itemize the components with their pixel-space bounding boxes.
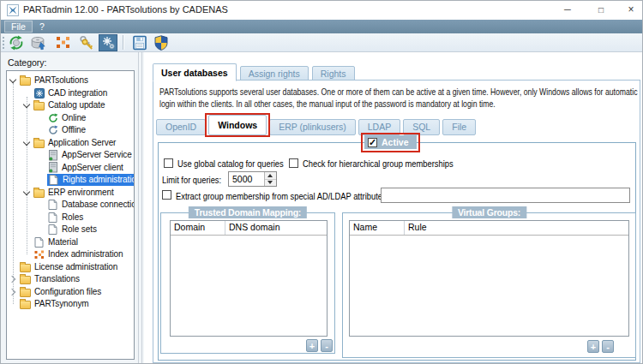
trusted-domain-mapping-title: Trusted Domain Mapping: <box>189 206 307 218</box>
collapse-icon[interactable] <box>9 77 16 84</box>
toolbar-grip[interactable] <box>3 37 7 49</box>
limit-for-queries-spinner[interactable]: 5000 <box>228 171 277 187</box>
description-text: PARTsolutions supports several user data… <box>159 86 638 110</box>
subtab-file[interactable]: File <box>442 119 476 135</box>
use-global-catalog-label: Use global catalog for queries <box>177 158 284 169</box>
column-name[interactable]: Name <box>350 221 405 235</box>
window-title: PARTadmin 12.00 - PARTsolutions by CADEN… <box>23 4 228 15</box>
folder-icon <box>20 276 31 284</box>
tree-item-erp-environment[interactable]: ERP environment <box>7 187 134 200</box>
tree-item-partsolutions[interactable]: PARTsolutions <box>7 75 134 87</box>
tree-item-appserver-service[interactable]: AppServer Service <box>7 149 134 162</box>
document-icon <box>48 175 59 186</box>
save-icon[interactable] <box>131 34 148 51</box>
tree-item-translations[interactable]: Translations <box>7 273 134 286</box>
collapse-icon[interactable] <box>23 102 30 109</box>
selected-row-highlight: Rights administration <box>47 174 135 186</box>
subtab-windows[interactable]: Windows <box>208 115 267 135</box>
subtab-sql[interactable]: SQL <box>403 119 440 135</box>
tab-user-databases[interactable]: User databases <box>153 63 237 81</box>
tree-item-role-sets[interactable]: Role sets <box>7 224 134 236</box>
keys-icon[interactable] <box>78 34 95 51</box>
tree-item-rights-administration[interactable]: Rights administration <box>7 174 134 187</box>
tree-item-offline[interactable]: Offline <box>7 124 134 137</box>
tree-item-partsynonym[interactable]: PARTsynonym <box>7 298 134 311</box>
menu-file[interactable]: File <box>4 21 33 33</box>
table-header: Domain DNS domain <box>171 221 327 236</box>
column-rule[interactable]: Rule <box>405 221 430 235</box>
online-refresh-icon <box>47 112 58 123</box>
use-global-catalog-checkbox[interactable] <box>164 158 173 168</box>
tree-item-roles[interactable]: Roles <box>7 212 134 224</box>
add-domain-button[interactable]: + <box>306 339 318 352</box>
collapse-icon[interactable] <box>23 189 30 196</box>
expander-spacer <box>23 90 30 97</box>
tree-item-license-administration[interactable]: License administration <box>7 261 134 274</box>
offline-refresh-icon <box>47 125 58 136</box>
trusted-domain-table[interactable]: Domain DNS domain <box>170 220 328 337</box>
active-checkbox-chip: Active <box>364 135 417 149</box>
server-icon <box>47 150 58 161</box>
maximize-button[interactable]: □ <box>592 1 610 20</box>
splitter[interactable] <box>138 52 139 363</box>
column-dns-domain[interactable]: DNS domain <box>225 221 284 235</box>
index-administration-icon[interactable] <box>54 34 71 51</box>
virtual-groups-table[interactable]: Name Rule <box>349 220 629 337</box>
expand-icon[interactable] <box>9 289 16 295</box>
tree-item-index-administration[interactable]: Index administration <box>7 248 134 261</box>
hierarchical-groups-checkbox[interactable] <box>289 158 298 168</box>
expander-spacer <box>23 239 30 246</box>
virtual-groups-title: Virtual Groups: <box>452 206 526 218</box>
category-tree: PARTsolutions CAD integration Catalog up… <box>6 70 135 360</box>
add-virtual-group-button[interactable]: + <box>587 340 599 353</box>
close-button[interactable]: × <box>622 1 640 20</box>
expander-spacer <box>9 264 16 271</box>
menu-bar: File ? <box>1 20 642 33</box>
spinner-buttons <box>264 172 276 186</box>
server-icon <box>47 162 58 173</box>
limit-value[interactable]: 5000 <box>229 172 264 186</box>
extract-group-membership-label: Extract group membership from special AD… <box>176 191 385 201</box>
subtab-erp-plinkusers[interactable]: ERP (plinkusers) <box>269 119 356 135</box>
spin-up-icon[interactable] <box>265 172 276 180</box>
tree-item-online[interactable]: Online <box>7 112 134 125</box>
minimize-button[interactable]: ─ <box>558 1 577 20</box>
subtab-openid[interactable]: OpenID <box>156 119 206 135</box>
collapse-icon[interactable] <box>23 140 30 146</box>
table-header: Name Rule <box>350 221 628 236</box>
tree-item-configuration-files[interactable]: Configuration files <box>7 286 134 299</box>
active-checkbox-label: Active <box>382 137 409 147</box>
remove-virtual-group-button[interactable]: - <box>602 340 614 353</box>
tree-item-appserver-client[interactable]: AppServer client <box>7 162 134 175</box>
tree-item-catalog-update[interactable]: Catalog update <box>7 99 134 112</box>
folder-icon <box>20 289 31 297</box>
tree-item-application-server[interactable]: Application Server <box>7 137 134 150</box>
tab-rights[interactable]: Rights <box>312 66 355 81</box>
tree-item-cad-integration[interactable]: CAD integration <box>7 87 134 100</box>
update-icon[interactable] <box>8 34 25 51</box>
settings-pressed-icon[interactable] <box>99 34 117 51</box>
tab-assign-rights[interactable]: Assign rights <box>240 66 309 81</box>
column-domain[interactable]: Domain <box>171 221 225 235</box>
extract-group-membership-checkbox[interactable] <box>162 190 171 200</box>
expand-icon[interactable] <box>9 276 16 283</box>
tree-item-database-connection[interactable]: Database connection <box>7 199 134 212</box>
ad-ldap-attribute-input[interactable] <box>381 188 630 203</box>
hierarchical-groups-label: Check for hierarchical group memberships <box>303 158 454 169</box>
subtab-ldap[interactable]: LDAP <box>358 119 400 135</box>
folder-icon <box>33 140 45 148</box>
main-tab-bar: User databases Assign rights Rights <box>153 63 355 81</box>
active-checkbox[interactable] <box>368 138 377 147</box>
app-icon <box>7 4 19 16</box>
folder-icon <box>33 102 45 110</box>
spin-down-icon[interactable] <box>265 180 276 187</box>
document-icon <box>47 200 58 211</box>
expander-spacer <box>23 251 30 258</box>
document-icon <box>47 224 58 236</box>
admin-shield-icon[interactable] <box>153 34 170 51</box>
remove-domain-button[interactable]: - <box>321 339 333 352</box>
menu-help[interactable]: ? <box>33 21 51 33</box>
catalog-discs-icon[interactable] <box>30 34 47 51</box>
tree-item-material[interactable]: Material <box>7 236 134 249</box>
cad-integration-icon <box>33 87 45 98</box>
